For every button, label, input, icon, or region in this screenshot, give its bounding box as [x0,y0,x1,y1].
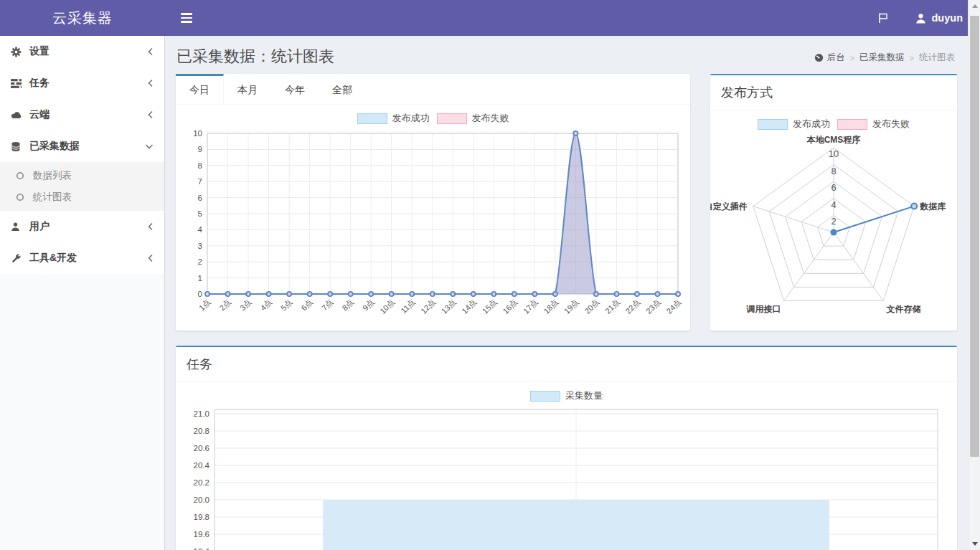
sidebar-item-label: 任务 [29,77,145,90]
bar-chart-legend: 采集数量 [176,389,957,402]
username: duyun [932,12,963,24]
tasks-icon [11,78,29,89]
breadcrumb-home[interactable]: 后台 [814,52,845,64]
legend-swatch-success [758,119,788,130]
sidebar-item-label: 云端 [29,108,145,121]
chevron-down-icon [145,143,154,150]
svg-text:0: 0 [198,290,202,298]
svg-text:4点: 4点 [258,298,273,313]
publish-method-panel: 发布方式 发布成功 发布失败 246810本地CMS程序数据库文件存储调用接口自… [710,74,957,331]
sidebar-item-label: 设置 [29,45,145,58]
navbar-right: duyun [870,0,963,36]
svg-text:20点: 20点 [583,298,600,316]
flag-icon [877,12,889,24]
panel-title: 发布方式 [721,85,773,100]
svg-text:19.8: 19.8 [194,513,209,521]
breadcrumb-current: 统计图表 [919,52,955,64]
sidebar-item-collected-data[interactable]: 已采集数据 [0,131,164,162]
legend-item-fail: 发布失败 [437,112,509,125]
svg-text:19点: 19点 [562,298,580,316]
svg-text:2: 2 [831,216,836,227]
hamburger-icon [181,13,192,15]
sidebar-item-label: 工具&开发 [29,252,145,265]
collected-data-submenu: 数据列表 统计图表 [0,162,164,211]
tab-this-year[interactable]: 今年 [271,74,319,104]
breadcrumb: 后台 > 已采集数据 > 统计图表 [814,52,955,64]
top-navbar: 云采集器 duyun [0,0,980,36]
chevron-left-icon [145,110,154,119]
sidebar-item-label: 已采集数据 [29,140,145,153]
breadcrumb-separator: > [910,54,914,62]
tab-all[interactable]: 全部 [319,74,366,104]
sidebar-item-cloud[interactable]: 云端 [0,99,164,131]
sidebar-item-tools-dev[interactable]: 工具&开发 [0,242,164,274]
vertical-scrollbar [968,0,980,550]
user-menu-button[interactable]: duyun [915,0,963,36]
tab-this-month[interactable]: 本月 [224,74,271,104]
svg-text:7点: 7点 [320,298,335,313]
svg-text:3点: 3点 [238,298,253,313]
legend-swatch-success [357,113,387,124]
svg-text:13点: 13点 [440,298,458,316]
svg-text:5: 5 [198,209,202,218]
svg-text:17点: 17点 [522,298,540,316]
legend-swatch-collect-count [530,391,560,402]
svg-text:10点: 10点 [378,298,396,316]
svg-text:20.2: 20.2 [194,478,209,487]
breadcrumb-separator: > [850,54,854,62]
sidebar-item-tasks[interactable]: 任务 [0,67,164,99]
svg-text:18点: 18点 [542,298,560,316]
panel-title: 任务 [187,357,212,371]
radar-chart-legend: 发布成功 发布失败 [710,118,957,131]
stats-tabbar: 今日 本月 今年 全部 [176,74,690,105]
svg-text:16点: 16点 [501,298,519,316]
breadcrumb-section[interactable]: 已采集数据 [859,52,905,64]
tasks-header: 任务 [176,347,957,382]
svg-text:5点: 5点 [279,298,294,313]
svg-text:6点: 6点 [299,298,314,313]
svg-text:10: 10 [829,148,839,159]
wrench-icon [11,253,29,264]
dashboard-icon [814,53,824,62]
chevron-left-icon [145,47,154,56]
sidebar-item-label: 统计图表 [33,191,72,204]
tasks-panel: 任务 采集数量 21.020.820.620.420.220.019.819.6… [176,346,957,550]
tab-today[interactable]: 今日 [176,74,224,104]
svg-text:20.8: 20.8 [194,427,209,435]
svg-text:21点: 21点 [603,298,621,316]
sidebar: 设置 任务 云端 [0,36,165,550]
sidebar-toggle-button[interactable] [172,0,201,36]
flag-menu-button[interactable] [870,0,897,36]
scroll-up-button[interactable] [969,0,980,12]
main-content: 今日 本月 今年 全部 发布成功 发布失败 0123456789101点2点3点… [165,74,968,550]
sidebar-item-users[interactable]: 用户 [0,211,164,242]
brand-logo[interactable]: 云采集器 [0,0,165,36]
circle-o-icon [16,193,33,201]
sidebar-item-stats-charts[interactable]: 统计图表 [0,186,164,208]
sidebar-item-label: 用户 [29,220,145,233]
publish-method-radar-chart: 246810本地CMS程序数据库文件存储调用接口自定义插件 [710,131,957,328]
svg-text:10: 10 [193,129,202,138]
svg-text:数据库: 数据库 [919,201,946,212]
svg-text:8: 8 [198,161,202,170]
svg-text:20.4: 20.4 [194,461,210,470]
legend-item-success: 发布成功 [357,112,430,125]
svg-text:1: 1 [198,274,202,283]
legend-swatch-fail [437,113,467,124]
user-icon [11,222,29,232]
sidebar-item-settings[interactable]: 设置 [0,36,164,67]
svg-text:14点: 14点 [460,298,478,316]
scroll-down-button[interactable] [969,538,980,550]
sidebar-item-data-list[interactable]: 数据列表 [0,165,164,186]
sidebar-item-label: 数据列表 [33,169,72,182]
chevron-left-icon [145,79,154,87]
svg-text:4: 4 [831,199,836,210]
page-title: 已采集数据：统计图表 [176,46,334,67]
svg-text:6: 6 [831,182,836,193]
arrow-down-icon [972,542,978,546]
cloud-icon [11,110,29,120]
scrollbar-thumb[interactable] [970,16,979,457]
legend-item-fail: 发布失败 [837,118,910,131]
svg-text:20.0: 20.0 [194,496,209,504]
user-icon [915,13,926,24]
